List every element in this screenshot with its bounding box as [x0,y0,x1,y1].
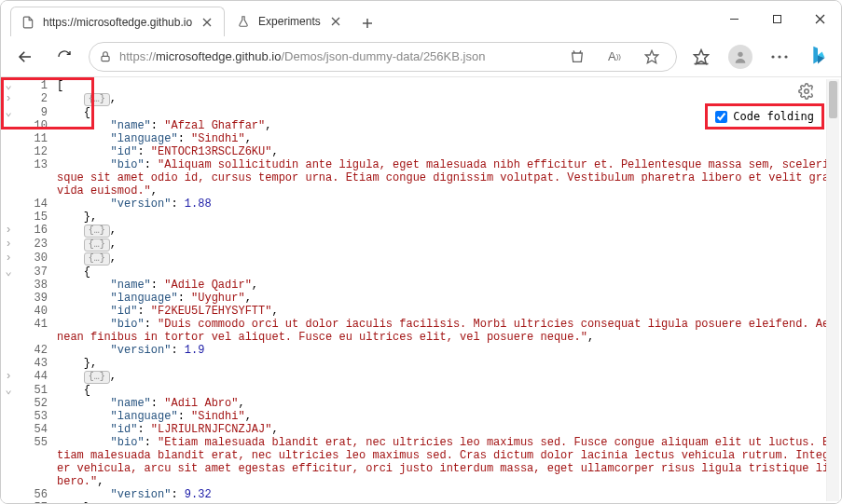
code-line[interactable]: 39 "language": "Uyghur", [1,292,841,305]
code-text: }, [57,211,841,224]
code-line[interactable]: ›16 {…}, [1,224,841,238]
fold-toggle [1,211,16,224]
scrollbar[interactable] [826,79,839,501]
gear-icon[interactable] [798,83,815,100]
code-text: "language": "Sindhi", [57,132,841,145]
flask-icon [236,14,251,29]
code-line[interactable]: ⌄51 { [1,384,841,397]
fold-toggle[interactable]: ⌄ [1,79,16,92]
maximize-button[interactable] [755,1,798,36]
line-number: 14 [16,198,57,211]
code-line[interactable]: 41 "bio": "Duis commodo orci ut dolor ia… [1,318,841,344]
code-text: "name": "Adile Qadir", [57,279,841,292]
line-number: 2 [16,92,57,106]
code-line[interactable]: 54 "id": "LJRIULRNJFCNZJAJ", [1,423,841,436]
code-line[interactable]: 56 "version": 9.32 [1,488,841,501]
code-line[interactable]: 11 "language": "Sindhi", [1,132,841,145]
read-aloud-icon[interactable]: A)) [600,42,629,72]
svg-point-17 [778,55,780,58]
close-icon[interactable] [328,14,343,29]
profile-icon[interactable] [725,42,755,72]
fold-toggle[interactable]: › [1,238,16,252]
code-folding-checkbox[interactable] [715,111,727,123]
code-line[interactable]: 42 "version": 1.9 [1,344,841,357]
fold-toggle[interactable]: ⌄ [1,266,16,279]
window-controls [712,1,841,36]
line-number: 30 [16,252,57,266]
code-line[interactable]: 15 }, [1,211,841,224]
code-line[interactable]: 12 "id": "ENTOCR13RSCLZ6KU", [1,145,841,158]
folded-placeholder[interactable]: {…} [84,225,110,238]
code-line[interactable]: ›23 {…}, [1,238,841,252]
code-line[interactable]: 13 "bio": "Aliquam sollicitudin ante lig… [1,158,841,198]
fold-toggle[interactable]: › [1,370,16,384]
code-line[interactable]: ⌄1[ [1,79,841,92]
code-text: "version": 9.32 [57,488,841,501]
code-text: "id": "ENTOCR13RSCLZ6KU", [57,145,841,158]
fold-toggle[interactable]: › [1,252,16,266]
svg-marker-12 [645,50,657,62]
code-folding-toggle[interactable]: Code folding [705,103,824,129]
code-line[interactable]: 38 "name": "Adile Qadir", [1,279,841,292]
code-line[interactable]: 52 "name": "Adil Abro", [1,397,841,410]
code-text: {…}, [57,224,841,238]
folded-placeholder[interactable]: {…} [84,93,110,106]
code-text: "id": "LJRIULRNJFCNZJAJ", [57,423,841,436]
line-number: 23 [16,238,57,252]
minimize-button[interactable] [712,1,755,36]
svg-point-16 [771,55,774,58]
tab-label: https://microsoftedge.github.io [43,16,192,29]
favorites-icon[interactable] [637,42,667,72]
back-button[interactable] [10,42,40,72]
scroll-thumb[interactable] [829,81,837,118]
more-icon[interactable] [765,42,794,72]
line-number: 56 [16,488,57,501]
json-viewer[interactable]: ⌄1[›2 {…},⌄9 {10 "name": "Afzal Ghaffar"… [1,77,841,503]
code-line[interactable]: 53 "language": "Sindhi", [1,410,841,423]
code-line[interactable]: 55 "bio": "Etiam malesuada blandit erat,… [1,436,841,488]
fold-toggle[interactable]: › [1,92,16,106]
line-number: 44 [16,370,57,384]
tab-json[interactable]: https://microsoftedge.github.io [10,7,225,36]
code-text: "bio": "Etiam malesuada blandit erat, ne… [57,436,841,488]
line-number: 55 [16,436,57,488]
code-text: "version": 1.88 [57,198,841,211]
code-line[interactable]: 57 }, [1,501,841,503]
line-number: 41 [16,318,57,344]
code-line[interactable]: 40 "id": "F2KEU5L7EHYSYFTT", [1,305,841,318]
fold-toggle[interactable]: ⌄ [1,384,16,397]
fold-toggle [1,423,16,436]
code-text: {…}, [57,238,841,252]
folded-placeholder[interactable]: {…} [84,252,110,266]
folded-placeholder[interactable]: {…} [84,238,110,252]
code-text: { [57,384,841,397]
code-line[interactable]: 43 }, [1,357,841,370]
site-info-icon[interactable] [99,50,112,63]
code-line[interactable]: ›44 {…}, [1,370,841,384]
address-bar[interactable]: https://microsoftedge.github.io/Demos/js… [89,42,677,72]
code-text: {…}, [57,252,841,266]
code-text: "version": 1.9 [57,344,841,357]
fold-toggle [1,305,16,318]
code-folding-label: Code folding [733,110,814,123]
tab-experiments[interactable]: Experiments [227,7,352,36]
close-window-button[interactable] [798,1,841,36]
fold-toggle[interactable]: › [1,224,16,238]
code-text: }, [57,501,841,503]
code-text: { [57,266,841,279]
url-text: https://microsoftedge.github.io/Demos/js… [119,49,485,63]
reload-button[interactable] [49,42,79,72]
code-line[interactable]: ⌄37 { [1,266,841,279]
code-line[interactable]: 14 "version": 1.88 [1,198,841,211]
favorites-bar-icon[interactable] [686,42,716,72]
bing-button[interactable] [804,43,832,71]
code-line[interactable]: ›30 {…}, [1,252,841,266]
fold-toggle [1,119,16,132]
folded-placeholder[interactable]: {…} [84,371,110,384]
close-icon[interactable] [200,15,214,30]
line-number: 51 [16,384,57,397]
line-number: 9 [16,106,57,119]
new-tab-button[interactable] [354,10,380,36]
shopping-icon[interactable] [562,42,592,72]
fold-toggle[interactable]: ⌄ [1,106,16,119]
